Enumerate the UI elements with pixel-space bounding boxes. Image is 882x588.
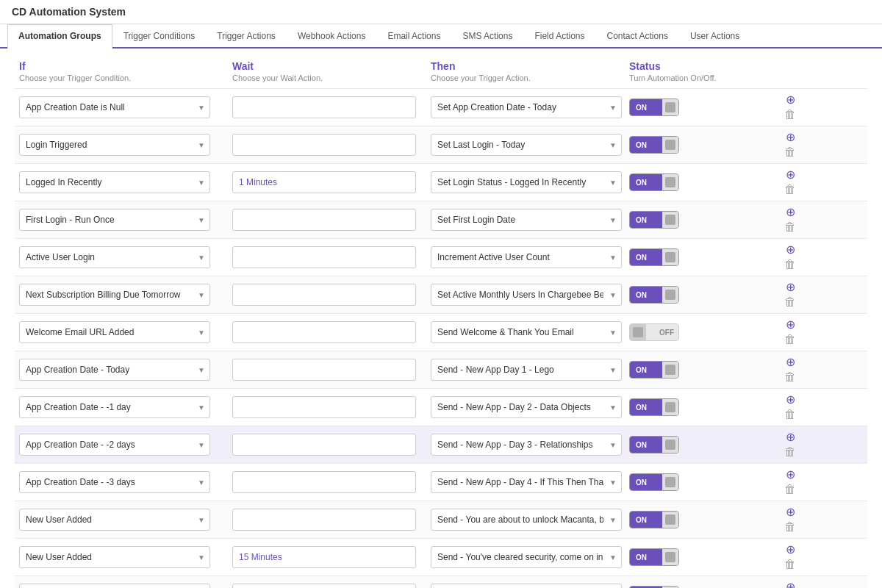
status-toggle[interactable]: ON <box>629 136 679 154</box>
wait-input[interactable] <box>232 359 416 381</box>
if-select[interactable]: Next Subscription Billing Due Tomorrow <box>20 284 209 305</box>
then-select-wrapper[interactable]: Set Login Status - Logged In Recently ▼ <box>431 171 622 193</box>
if-select[interactable]: New Macanta Install Added <box>20 584 209 588</box>
then-select-wrapper[interactable]: Send - New App - Day 3 - Relationships ▼ <box>431 434 622 456</box>
if-select[interactable]: App Creation Date is Null <box>20 97 209 118</box>
status-toggle[interactable]: ON <box>629 511 679 528</box>
delete-row-button[interactable]: 🗑 <box>784 146 797 159</box>
status-toggle[interactable]: ON <box>629 548 679 566</box>
delete-row-button[interactable]: 🗑 <box>784 333 797 346</box>
add-row-button[interactable]: ⊕ <box>785 206 796 219</box>
if-select[interactable]: Login Triggered <box>20 135 209 155</box>
wait-input[interactable] <box>232 434 416 456</box>
then-select-wrapper[interactable]: Send - You are about to unlock Macanta, … <box>431 509 622 531</box>
status-toggle[interactable]: OFF <box>629 323 679 341</box>
then-select-wrapper[interactable]: Send - You've cleared security, come on … <box>431 546 622 568</box>
toggle-container[interactable]: ON <box>629 286 767 304</box>
if-select[interactable]: App Creation Date - -3 days <box>20 472 209 492</box>
add-row-button[interactable]: ⊕ <box>785 131 796 144</box>
toggle-container[interactable]: ON <box>629 173 767 191</box>
delete-row-button[interactable]: 🗑 <box>784 520 797 534</box>
status-toggle[interactable]: ON <box>629 286 679 304</box>
wait-input[interactable] <box>232 471 416 493</box>
if-select-wrapper[interactable]: App Creation Date - -2 days ▼ <box>19 434 210 456</box>
if-select-wrapper[interactable]: New User Added ▼ <box>19 509 210 531</box>
wait-input[interactable] <box>232 246 416 268</box>
add-row-button[interactable]: ⊕ <box>785 318 796 331</box>
add-row-button[interactable]: ⊕ <box>785 468 796 481</box>
toggle-container[interactable]: ON <box>629 211 767 229</box>
tab-trigger-conditions[interactable]: Trigger Conditions <box>112 24 207 47</box>
then-select-wrapper[interactable]: Set Last Login - Today ▼ <box>431 134 622 156</box>
wait-input[interactable] <box>232 96 416 118</box>
delete-row-button[interactable]: 🗑 <box>784 220 797 234</box>
then-select[interactable]: Set Active Monthly Users In Chargebee Be… <box>431 284 621 305</box>
delete-row-button[interactable]: 🗑 <box>784 408 797 421</box>
then-select[interactable]: Send Welcome & Thank You Email <box>431 322 621 343</box>
delete-row-button[interactable]: 🗑 <box>784 558 797 571</box>
then-select[interactable]: Set First Login Date <box>431 209 621 230</box>
then-select-wrapper[interactable]: Set Active Monthly Users In Chargebee Be… <box>431 284 622 306</box>
if-select-wrapper[interactable]: New Macanta Install Added ▼ <box>19 584 210 588</box>
if-select[interactable]: First Login - Run Once <box>20 209 209 230</box>
delete-row-button[interactable]: 🗑 <box>784 445 797 459</box>
then-select[interactable]: Send - New App - Day 3 - Relationships <box>431 434 621 455</box>
add-row-button[interactable]: ⊕ <box>785 581 796 588</box>
if-select[interactable]: New User Added <box>20 547 209 567</box>
delete-row-button[interactable]: 🗑 <box>784 295 797 309</box>
then-select-wrapper[interactable]: Send - New App - Day 2 - Data Objects ▼ <box>431 396 622 418</box>
toggle-container[interactable]: ON <box>629 98 767 116</box>
then-select[interactable]: Set App Creation Date - Today <box>431 97 621 118</box>
tab-email-actions[interactable]: Email Actions <box>376 24 451 47</box>
wait-input[interactable] <box>232 321 416 343</box>
status-toggle[interactable]: ON <box>629 173 679 191</box>
then-select[interactable]: Send - You've cleared security, come on … <box>431 547 621 567</box>
if-select[interactable]: New User Added <box>20 509 209 530</box>
if-select-wrapper[interactable]: First Login - Run Once ▼ <box>19 209 210 231</box>
toggle-container[interactable]: ON <box>629 511 767 528</box>
then-select[interactable]: Send - You are about to unlock Macanta, … <box>431 509 621 530</box>
tab-user-actions[interactable]: User Actions <box>679 24 750 47</box>
add-row-button[interactable]: ⊕ <box>785 281 796 294</box>
add-row-button[interactable]: ⊕ <box>785 168 796 182</box>
wait-input[interactable] <box>232 396 416 418</box>
add-row-button[interactable]: ⊕ <box>785 393 796 406</box>
if-select-wrapper[interactable]: Next Subscription Billing Due Tomorrow ▼ <box>19 284 210 306</box>
tab-automation-groups[interactable]: Automation Groups <box>7 24 112 49</box>
toggle-container[interactable]: ON <box>629 248 767 266</box>
wait-input[interactable] <box>232 509 416 531</box>
wait-input[interactable] <box>232 546 416 568</box>
tab-trigger-actions[interactable]: Trigger Actions <box>206 24 287 47</box>
toggle-container[interactable]: ON <box>629 548 767 566</box>
add-row-button[interactable]: ⊕ <box>785 93 796 107</box>
tab-webhook-actions[interactable]: Webhook Actions <box>287 24 377 47</box>
add-row-button[interactable]: ⊕ <box>785 243 796 257</box>
then-select[interactable]: Increment Active User Count <box>431 247 621 268</box>
then-select-wrapper[interactable]: Send - New App Day 1 - Lego ▼ <box>431 359 622 381</box>
if-select[interactable]: Logged In Recently <box>20 172 209 193</box>
then-select[interactable]: Send - New App - Day 4 - If This Then Th… <box>431 472 621 492</box>
if-select-wrapper[interactable]: Welcome Email URL Added ▼ <box>19 321 210 343</box>
status-toggle[interactable]: ON <box>629 398 679 416</box>
then-select[interactable]: Set Last Login - Today <box>431 135 621 155</box>
status-toggle[interactable]: ON <box>629 248 679 266</box>
toggle-container[interactable]: ON <box>629 436 767 453</box>
then-select-wrapper[interactable]: Send - New App - Day 4 - If This Then Th… <box>431 471 622 493</box>
status-toggle[interactable]: ON <box>629 473 679 491</box>
then-select-wrapper[interactable]: Set First Login Date ▼ <box>431 209 622 231</box>
delete-row-button[interactable]: 🗑 <box>784 183 797 196</box>
wait-input[interactable] <box>232 284 416 306</box>
toggle-container[interactable]: ON <box>629 398 767 416</box>
toggle-container[interactable]: ON <box>629 473 767 491</box>
if-select-wrapper[interactable]: App Creation Date - -1 day ▼ <box>19 396 210 418</box>
then-select[interactable]: Send - New App - Day 2 - Data Objects <box>431 397 621 417</box>
if-select-wrapper[interactable]: App Creation Date - -3 days ▼ <box>19 471 210 493</box>
if-select-wrapper[interactable]: Login Triggered ▼ <box>19 134 210 156</box>
if-select[interactable]: Welcome Email URL Added <box>20 322 209 343</box>
delete-row-button[interactable]: 🗑 <box>784 108 797 121</box>
if-select-wrapper[interactable]: App Creation Date - Today ▼ <box>19 359 210 381</box>
then-select-wrapper[interactable]: Set App Creation Date - Today ▼ <box>431 96 622 118</box>
if-select[interactable]: App Creation Date - -2 days <box>20 434 209 455</box>
then-select-wrapper[interactable]: Send Welcome & Thank You Email ▼ <box>431 321 622 343</box>
wait-input[interactable] <box>232 209 416 231</box>
